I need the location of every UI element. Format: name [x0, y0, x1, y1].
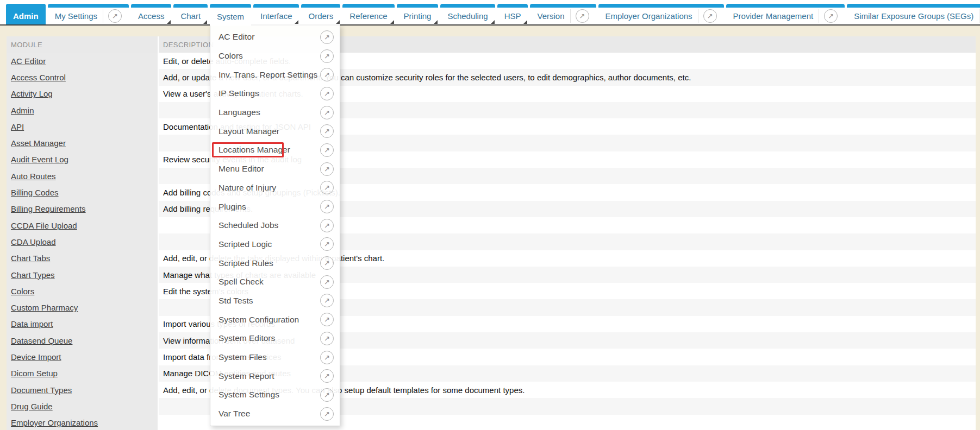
- module-link-colors[interactable]: Colors: [11, 287, 34, 296]
- menu-item-system-configuration[interactable]: System Configuration ↗: [210, 310, 340, 329]
- external-link-icon[interactable]: ↗: [320, 313, 334, 326]
- module-link-chart-tabs[interactable]: Chart Tabs: [11, 254, 50, 263]
- tab-label: Employer Organizations: [606, 11, 692, 21]
- menu-item-ip-settings[interactable]: IP Settings ↗: [210, 84, 340, 103]
- menu-item-system-editors[interactable]: System Editors ↗: [210, 329, 340, 348]
- external-link-icon[interactable]: ↗: [320, 30, 334, 44]
- tab-hsp[interactable]: HSP: [497, 4, 528, 24]
- module-link-billing-codes[interactable]: Billing Codes: [11, 188, 59, 197]
- module-link-audit-event-log[interactable]: Audit Event Log: [11, 155, 68, 164]
- tab-my-settings[interactable]: My Settings ↗: [48, 4, 129, 24]
- external-link-icon[interactable]: ↗: [320, 181, 334, 194]
- table-row: CCDA File Upload: [7, 217, 976, 233]
- external-link-icon[interactable]: ↗: [320, 106, 334, 119]
- module-link-admin[interactable]: Admin: [11, 106, 34, 115]
- module-link-chart-types[interactable]: Chart Types: [11, 270, 55, 280]
- menu-item-system-files[interactable]: System Files ↗: [210, 348, 340, 367]
- tab-printing[interactable]: Printing: [397, 4, 439, 24]
- menu-item-var-tree[interactable]: Var Tree ↗: [210, 404, 340, 423]
- tab-provider-management[interactable]: Provider Management ↗: [726, 4, 845, 24]
- external-link-icon[interactable]: ↗: [320, 143, 334, 157]
- table-row: Device Import Import data from various d…: [7, 349, 976, 365]
- menu-item-scripted-rules[interactable]: Scripted Rules ↗: [210, 254, 340, 273]
- module-cell: Activity Log: [7, 86, 158, 102]
- external-link-icon[interactable]: ↗: [108, 9, 122, 23]
- menu-item-scripted-logic[interactable]: Scripted Logic ↗: [210, 235, 340, 254]
- module-cell: Device Import: [7, 349, 158, 365]
- menu-item-std-tests[interactable]: Std Tests ↗: [210, 292, 340, 311]
- menu-item-ac-editor[interactable]: AC Editor ↗: [210, 28, 340, 47]
- menu-item-label: System Editors: [219, 333, 275, 343]
- external-link-icon[interactable]: ↗: [320, 294, 334, 307]
- module-link-ccda-file-upload[interactable]: CCDA File Upload: [11, 221, 77, 230]
- module-link-activity-log[interactable]: Activity Log: [11, 89, 53, 98]
- external-link-icon[interactable]: ↗: [320, 87, 334, 100]
- module-link-dicom-setup[interactable]: Dicom Setup: [11, 369, 58, 378]
- tab-reference[interactable]: Reference: [342, 4, 394, 24]
- tab-access[interactable]: Access: [131, 4, 171, 24]
- external-link-icon[interactable]: ↗: [320, 388, 334, 402]
- tab-chart[interactable]: Chart: [173, 4, 208, 24]
- external-link-icon[interactable]: ↗: [320, 68, 334, 81]
- external-link-icon[interactable]: ↗: [320, 219, 334, 232]
- tab-scheduling[interactable]: Scheduling: [440, 4, 495, 24]
- external-link-icon[interactable]: ↗: [320, 275, 334, 289]
- menu-item-plugins[interactable]: Plugins ↗: [210, 197, 340, 216]
- external-link-icon[interactable]: ↗: [576, 9, 589, 23]
- menu-item-layout-manager[interactable]: Layout Manager ↗: [210, 122, 340, 141]
- menu-item-system-settings[interactable]: System Settings ↗: [210, 385, 340, 404]
- external-link-icon[interactable]: ↗: [320, 124, 334, 138]
- external-link-icon[interactable]: ↗: [320, 49, 334, 63]
- module-link-auto-routes[interactable]: Auto Routes: [11, 172, 56, 181]
- tab-admin[interactable]: Admin: [6, 4, 46, 24]
- module-link-custom-pharmacy[interactable]: Custom Pharmacy: [11, 303, 78, 312]
- menu-item-spell-check[interactable]: Spell Check ↗: [210, 273, 340, 292]
- module-link-cda-upload[interactable]: CDA Upload: [11, 237, 56, 246]
- menu-item-label: IP Settings: [219, 88, 259, 98]
- external-link-icon[interactable]: ↗: [320, 407, 334, 421]
- module-link-employer-organizations[interactable]: Employer Organizations: [11, 418, 98, 427]
- table-row: Custom Pharmacy: [7, 299, 976, 315]
- module-cell: CDA Upload: [7, 233, 158, 250]
- module-link-api[interactable]: API: [11, 122, 24, 131]
- tab-employer-organizations[interactable]: Employer Organizations ↗: [598, 4, 724, 24]
- menu-item-languages[interactable]: Languages ↗: [210, 103, 340, 122]
- module-link-drug-guide[interactable]: Drug Guide: [11, 402, 53, 411]
- tab-similar-exposure-groups-segs[interactable]: Similar Exposure Groups (SEGs) ↗: [847, 4, 980, 24]
- module-link-datasend-queue[interactable]: Datasend Queue: [11, 336, 72, 345]
- external-link-icon[interactable]: ↗: [703, 9, 717, 23]
- tab-icon-wrap: ↗: [570, 9, 589, 23]
- module-link-billing-requirements[interactable]: Billing Requirements: [11, 204, 86, 213]
- external-link-icon[interactable]: ↗: [320, 369, 334, 383]
- table-row: Audit Event Log Review security events i…: [7, 151, 976, 168]
- tab-label: Version: [537, 11, 564, 21]
- external-link-icon[interactable]: ↗: [824, 9, 838, 23]
- external-link-icon[interactable]: ↗: [320, 256, 334, 270]
- external-link-icon[interactable]: ↗: [320, 237, 334, 251]
- menu-item-colors[interactable]: Colors ↗: [210, 47, 340, 66]
- module-cell: Datasend Queue: [7, 332, 158, 349]
- menu-item-scheduled-jobs[interactable]: Scheduled Jobs ↗: [210, 216, 340, 235]
- menu-item-menu-editor[interactable]: Menu Editor ↗: [210, 160, 340, 179]
- module-link-asset-manager[interactable]: Asset Manager: [11, 138, 66, 148]
- module-link-ac-editor[interactable]: AC Editor: [11, 56, 46, 66]
- menu-item-nature-of-injury[interactable]: Nature of Injury ↗: [210, 179, 340, 198]
- tab-label: Printing: [404, 11, 432, 21]
- menu-item-inv-trans-report-settings[interactable]: Inv. Trans. Report Settings ↗: [210, 65, 340, 84]
- tab-system[interactable]: System: [210, 4, 251, 26]
- external-link-icon[interactable]: ↗: [320, 332, 334, 345]
- external-link-icon[interactable]: ↗: [320, 351, 334, 364]
- module-link-data-import[interactable]: Data import: [11, 319, 53, 328]
- menu-item-system-report[interactable]: System Report ↗: [210, 366, 340, 385]
- external-link-icon[interactable]: ↗: [320, 162, 334, 176]
- module-link-document-types[interactable]: Document Types: [11, 385, 72, 395]
- tab-version[interactable]: Version ↗: [530, 4, 596, 24]
- menu-item-label: Languages: [219, 108, 260, 117]
- module-link-access-control[interactable]: Access Control: [11, 73, 66, 82]
- menu-item-locations-manager[interactable]: Locations Manager ↗: [210, 141, 340, 160]
- tab-interface[interactable]: Interface: [253, 4, 299, 24]
- tab-orders[interactable]: Orders: [301, 4, 340, 24]
- module-link-device-import[interactable]: Device Import: [11, 352, 61, 362]
- table-row: AC Editor Edit, or delete auto-complete …: [7, 53, 976, 69]
- external-link-icon[interactable]: ↗: [320, 200, 334, 213]
